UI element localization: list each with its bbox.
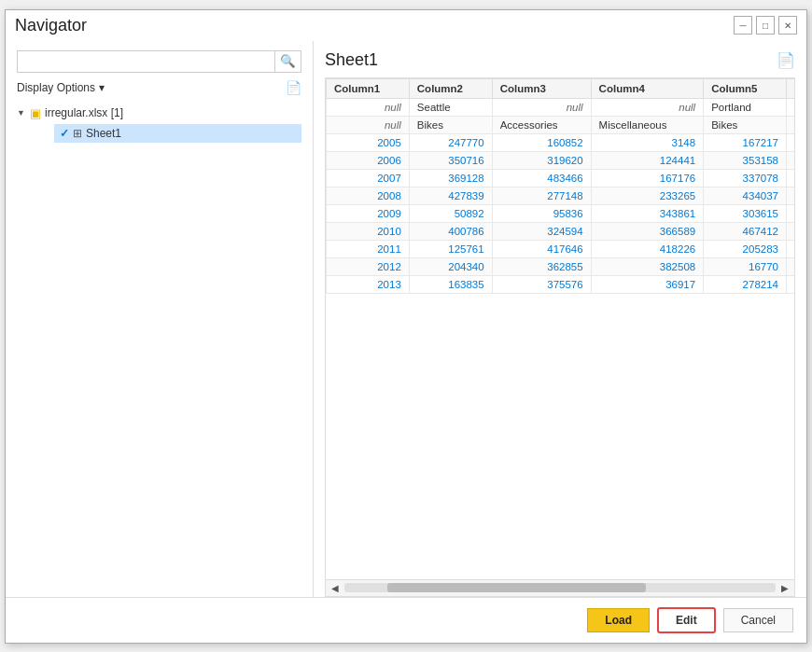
table-row: 2006350716319620124441353158 — [327, 151, 796, 169]
table-cell: 366589 — [591, 222, 704, 240]
close-button[interactable]: ✕ — [778, 16, 797, 35]
table-cell: 2012 — [327, 257, 410, 275]
table-row: 2010400786324594366589467412 — [327, 222, 796, 240]
col-header-3: Column3 — [492, 78, 591, 98]
table-cell: Bikes — [704, 116, 787, 133]
table-cell: Seattle — [409, 98, 492, 116]
table-row: 20095089295836343861303615 — [327, 204, 796, 222]
table-cell: 124441 — [591, 151, 704, 169]
scroll-right-button[interactable]: ▶ — [777, 580, 792, 595]
horizontal-scrollbar[interactable]: ◀ ▶ — [325, 580, 795, 597]
table-cell: 375576 — [492, 275, 591, 293]
table-cell: null — [327, 98, 410, 116]
file-name-label: irregular.xlsx [1] — [45, 106, 123, 119]
minimize-button[interactable]: ─ — [734, 16, 752, 35]
table-cell: 350716 — [409, 151, 492, 169]
window-controls: ─ □ ✕ — [734, 16, 797, 35]
maximize-button[interactable]: □ — [756, 16, 775, 35]
table-row: 2007369128483466167176337078 — [327, 169, 796, 187]
tree-root: ▼ ▣ irregular.xlsx [1] — [17, 104, 301, 122]
tree-arrow-icon: ▼ — [17, 108, 26, 118]
data-table: Column1 Column2 Column3 Column4 Column5 … — [326, 78, 795, 294]
table-cell: 418226 — [591, 240, 704, 257]
content-area: 🔍 Display Options ▾ 📄 ▼ ▣ irregular.xlsx… — [6, 41, 806, 597]
table-cell: 2008 — [327, 187, 410, 204]
table-cell: 343861 — [591, 204, 704, 222]
right-panel: Sheet1 📄 Column1 Column2 Column3 Column4… — [314, 41, 806, 597]
table-row: nullSeattlenullnullPortlandAccessories — [327, 98, 796, 116]
table-row: nullBikesAccessoriesMiscellaneousBikesAc… — [327, 116, 796, 133]
table-header-row: Column1 Column2 Column3 Column4 Column5 … — [327, 78, 796, 98]
table-cell: 167176 — [591, 169, 704, 187]
table-cell: Portland — [704, 98, 787, 116]
navigator-window: Navigator ─ □ ✕ 🔍 Display Options ▾ 📄 — [5, 9, 807, 644]
table-cell: 278214 — [704, 275, 787, 293]
data-table-wrapper[interactable]: Column1 Column2 Column3 Column4 Column5 … — [325, 77, 795, 580]
table-cell: 417646 — [492, 240, 591, 257]
table-cell — [786, 204, 795, 222]
table-cell: 163835 — [409, 275, 492, 293]
load-button[interactable]: Load — [587, 608, 650, 632]
table-cell: 36917 — [591, 275, 704, 293]
scroll-track[interactable] — [344, 583, 776, 592]
table-cell: 2007 — [327, 169, 410, 187]
cancel-button[interactable]: Cancel — [723, 608, 793, 632]
table-cell — [786, 133, 795, 151]
table-cell: 369128 — [409, 169, 492, 187]
col-header-2: Column2 — [409, 78, 492, 98]
search-input[interactable] — [18, 51, 274, 72]
title-bar: Navigator ─ □ ✕ — [6, 10, 806, 41]
scroll-left-button[interactable]: ◀ — [328, 580, 343, 595]
table-cell: 467412 — [704, 222, 787, 240]
table-cell: 362855 — [492, 257, 591, 275]
table-cell: 205283 — [704, 240, 787, 257]
col-header-6: Column6 — [786, 78, 795, 98]
table-cell: 204340 — [409, 257, 492, 275]
table-cell: 2006 — [327, 151, 410, 169]
footer: Load Edit Cancel — [6, 597, 806, 643]
table-cell: 353158 — [704, 151, 787, 169]
display-options-button[interactable]: Display Options ▾ — [17, 81, 105, 94]
edit-button[interactable]: Edit — [657, 607, 716, 633]
table-cell: 434037 — [704, 187, 787, 204]
table-cell: Accessories — [492, 116, 591, 133]
table-cell: Accessories — [786, 116, 795, 133]
table-cell: 427839 — [409, 187, 492, 204]
sheet-label: Sheet1 — [86, 127, 121, 140]
table-cell: 95836 — [492, 204, 591, 222]
table-cell: 2010 — [327, 222, 410, 240]
table-row: 201220434036285538250816770 — [327, 257, 796, 275]
left-panel: 🔍 Display Options ▾ 📄 ▼ ▣ irregular.xlsx… — [6, 41, 314, 597]
sheet1-item[interactable]: ✓ ⊞ Sheet1 — [54, 124, 301, 143]
table-row: 2011125761417646418226205283 — [327, 240, 796, 257]
table-cell — [786, 275, 795, 293]
table-cell — [786, 187, 795, 204]
table-cell: 50892 — [409, 204, 492, 222]
preview-title: Sheet1 — [325, 50, 378, 70]
search-button[interactable]: 🔍 — [274, 51, 301, 72]
col-header-5: Column5 — [704, 78, 787, 98]
table-cell: 324594 — [492, 222, 591, 240]
table-cell: 319620 — [492, 151, 591, 169]
table-cell — [786, 169, 795, 187]
table-cell: Bikes — [409, 116, 492, 133]
table-icon: ⊞ — [73, 127, 82, 140]
window-title: Navigator — [15, 16, 87, 35]
table-cell: 2005 — [327, 133, 410, 151]
display-options-row: Display Options ▾ 📄 — [17, 80, 301, 95]
table-cell: Miscellaneous — [591, 116, 704, 133]
table-row: 20052477701608523148167217 — [327, 133, 796, 151]
table-cell: 125761 — [409, 240, 492, 257]
table-cell: 2011 — [327, 240, 410, 257]
folder-view-button[interactable]: 📄 — [286, 80, 301, 95]
table-cell: null — [327, 116, 410, 133]
folder-view-icon: 📄 — [286, 80, 301, 95]
table-cell: 382508 — [591, 257, 704, 275]
table-cell: null — [591, 98, 704, 116]
col-header-4: Column4 — [591, 78, 704, 98]
check-icon: ✓ — [60, 127, 69, 140]
scroll-thumb[interactable] — [387, 583, 646, 592]
table-cell — [786, 151, 795, 169]
table-cell — [786, 257, 795, 275]
preview-icon[interactable]: 📄 — [777, 51, 795, 69]
